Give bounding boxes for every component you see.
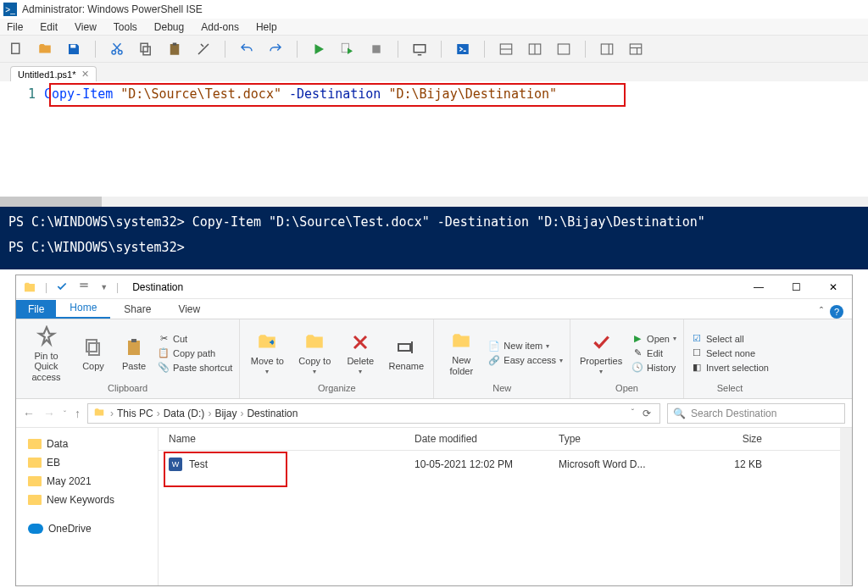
col-size[interactable]: Size: [694, 433, 762, 445]
up-button[interactable]: ↑: [75, 407, 81, 420]
col-date[interactable]: Date modified: [415, 433, 559, 445]
menu-tools[interactable]: Tools: [114, 21, 137, 33]
open-folder-icon[interactable]: [36, 40, 54, 58]
breadcrumb[interactable]: › This PC › Data (D:) › Bijay › Destinat…: [87, 403, 660, 424]
paste-button[interactable]: Paste: [117, 336, 151, 371]
tree-item-onedrive[interactable]: OneDrive: [21, 519, 153, 538]
tab-home[interactable]: Home: [56, 298, 110, 319]
copy-path-button[interactable]: 📋Copy path: [158, 347, 232, 359]
clear-icon[interactable]: [194, 40, 213, 58]
delete-button[interactable]: Delete▾: [342, 330, 379, 375]
help-icon[interactable]: ?: [830, 305, 843, 319]
tree-item-eb[interactable]: EB: [21, 453, 153, 472]
tab-file[interactable]: File: [16, 300, 56, 319]
show-addon-icon[interactable]: [626, 40, 645, 58]
back-button[interactable]: ←: [23, 407, 35, 420]
history-icon: 🕓: [632, 362, 643, 374]
forward-button[interactable]: →: [43, 407, 55, 420]
select-all-button[interactable]: ☑Select all: [691, 333, 769, 345]
crumb-drive[interactable]: Data (D:): [164, 408, 205, 419]
menu-help[interactable]: Help: [256, 21, 277, 33]
col-type[interactable]: Type: [559, 433, 694, 445]
copy-icon[interactable]: [136, 40, 155, 58]
edit-button[interactable]: ✎Edit: [632, 347, 676, 359]
tree-item-keywords[interactable]: New Keywords: [21, 491, 153, 509]
new-folder-button[interactable]: New folder: [441, 330, 481, 375]
ribbon-group-clipboard: Pin to Quick access Copy Paste ✂Cut 📋Cop…: [16, 319, 240, 398]
crumb-this-pc[interactable]: This PC: [117, 408, 153, 419]
show-command-icon[interactable]: [598, 40, 616, 58]
refresh-icon[interactable]: ⟳: [643, 408, 651, 419]
ise-editor[interactable]: 1 Copy-Item "D:\Source\Test.docx" -Desti…: [0, 81, 868, 207]
menu-edit[interactable]: Edit: [40, 21, 58, 33]
undo-icon[interactable]: [237, 40, 256, 58]
chevron-down-icon[interactable]: ▼: [100, 283, 108, 291]
tab-share[interactable]: Share: [110, 300, 164, 319]
tab-view[interactable]: View: [164, 300, 214, 319]
run-selection-icon[interactable]: [338, 40, 357, 58]
layout1-icon[interactable]: [497, 40, 515, 58]
cut-button[interactable]: ✂Cut: [158, 333, 232, 345]
properties-button[interactable]: Properties▾: [577, 330, 625, 375]
layout3-icon[interactable]: [554, 40, 573, 58]
stop-icon[interactable]: [367, 40, 386, 58]
invert-selection-button[interactable]: ◧Invert selection: [691, 362, 769, 374]
svg-point-2: [112, 50, 116, 54]
ribbon-tabs: File Home Share View ˆ ?: [16, 299, 852, 319]
ise-console[interactable]: PS C:\WINDOWS\system32> Copy-Item "D:\So…: [0, 207, 868, 269]
menu-file[interactable]: File: [7, 21, 23, 33]
checkbox-icon[interactable]: [56, 280, 70, 294]
nav-tree[interactable]: Data EB May 2021 New Keywords OneDrive: [16, 428, 159, 585]
close-button[interactable]: ✕: [815, 275, 852, 299]
ribbon-group-new: New folder 📄New item ▾ 🔗Easy access ▾ Ne…: [434, 319, 570, 398]
svg-rect-17: [601, 44, 613, 54]
cut-icon[interactable]: [108, 40, 126, 58]
menu-debug[interactable]: Debug: [154, 21, 184, 33]
easy-access-button[interactable]: 🔗Easy access ▾: [488, 354, 563, 366]
open-button[interactable]: ▶Open ▾: [632, 333, 676, 345]
minimize-button[interactable]: —: [740, 275, 777, 299]
powershell-tab-icon[interactable]: [453, 40, 472, 58]
tree-item-data[interactable]: Data: [21, 435, 153, 453]
crumb-folder1[interactable]: Bijay: [214, 408, 236, 419]
copy-button[interactable]: Copy: [76, 336, 110, 371]
tree-item-may[interactable]: May 2021: [21, 472, 153, 491]
menu-addons[interactable]: Add-ons: [201, 21, 239, 33]
rename-button[interactable]: Rename: [386, 336, 426, 371]
paste-shortcut-button[interactable]: 📎Paste shortcut: [158, 362, 232, 374]
ise-tab-bar: Untitled1.ps1* ✕: [0, 63, 868, 81]
close-icon[interactable]: ✕: [81, 69, 89, 80]
layout2-icon[interactable]: [526, 40, 544, 58]
new-item-button[interactable]: 📄New item ▾: [488, 340, 563, 352]
recent-dropdown[interactable]: ˇ: [64, 409, 66, 418]
ise-menu-bar: File Edit View Tools Debug Add-ons Help: [0, 19, 868, 36]
paste-icon: [122, 336, 146, 359]
svg-rect-23: [80, 286, 87, 286]
chevron-down-icon[interactable]: ˇ: [632, 408, 634, 418]
history-button[interactable]: 🕓History: [632, 362, 676, 374]
horizontal-scrollbar[interactable]: [0, 197, 868, 207]
remote-icon[interactable]: [410, 40, 429, 58]
overflow-icon[interactable]: [78, 280, 92, 294]
search-input[interactable]: 🔍 Search Destination: [667, 403, 845, 424]
select-none-button[interactable]: ☐Select none: [691, 347, 769, 359]
menu-view[interactable]: View: [75, 21, 97, 33]
vertical-scrollbar[interactable]: [840, 428, 852, 585]
column-headers[interactable]: Name Date modified Type Size: [159, 428, 852, 451]
run-icon[interactable]: [309, 40, 328, 58]
delete-icon: [348, 330, 372, 354]
redo-icon[interactable]: [266, 40, 285, 58]
pin-to-quick-access-button[interactable]: Pin to Quick access: [23, 324, 70, 381]
qat-separator: |: [45, 281, 47, 293]
col-name[interactable]: Name: [169, 433, 415, 445]
script-tab[interactable]: Untitled1.ps1* ✕: [10, 66, 97, 81]
copy-to-button[interactable]: Copy to▾: [294, 330, 335, 375]
move-to-button[interactable]: Move to▾: [247, 330, 287, 375]
collapse-ribbon-icon[interactable]: ˆ: [820, 306, 823, 318]
new-file-icon[interactable]: [7, 40, 25, 58]
maximize-button[interactable]: ☐: [777, 275, 815, 299]
save-icon[interactable]: [64, 40, 83, 58]
paste-icon[interactable]: [165, 40, 184, 58]
crumb-folder2[interactable]: Destination: [247, 408, 298, 419]
new-folder-icon: [449, 330, 473, 353]
